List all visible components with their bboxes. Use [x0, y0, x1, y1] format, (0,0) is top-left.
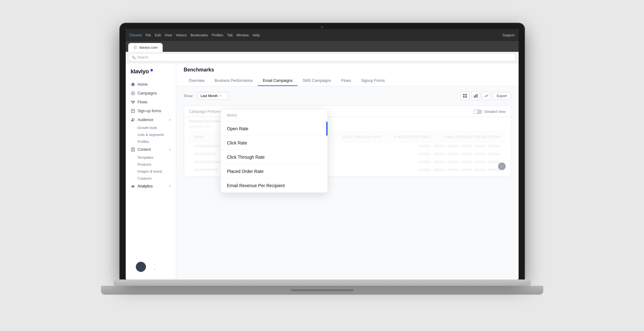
tab-business-performance[interactable]: Business Performance	[210, 76, 258, 86]
line-chart-view-button[interactable]	[482, 91, 491, 100]
chrome-menu-edit[interactable]: Edit	[155, 33, 161, 37]
filters-row: Show: Last Month ▾	[184, 91, 511, 100]
metric-option-email-revenue[interactable]: Email Revenue Per Recipient	[221, 179, 328, 193]
sidebar-item-audience[interactable]: Audience ∧	[126, 115, 176, 124]
sidebar-item-flows[interactable]: Flows	[126, 98, 176, 107]
metric-option-click-rate[interactable]: Click Rate	[221, 136, 328, 150]
svg-rect-7	[463, 96, 465, 98]
laptop-container: Chrome File Edit View History Bookmarks …	[101, 23, 543, 308]
audience-chevron: ∧	[169, 118, 171, 121]
sidebar: klaviyo Home Campaigns	[126, 63, 176, 279]
flows-icon	[131, 100, 135, 104]
chrome-menu-chrome[interactable]: Chrome	[129, 33, 142, 37]
chrome-menu-profiles[interactable]: Profiles	[212, 33, 223, 37]
metric-option-open-rate[interactable]: Open Rate	[221, 122, 328, 136]
svg-rect-9	[474, 95, 475, 98]
tab-sms-campaigns[interactable]: SMS Campaigns	[298, 76, 336, 86]
chrome-menu-tab[interactable]: Tab	[227, 33, 233, 37]
sidebar-nav: Home Campaigns Flows Sign-up for	[126, 79, 176, 255]
metric-option-placed-order-rate[interactable]: Placed Order Rate	[221, 164, 328, 179]
sidebar-item-growth-tools[interactable]: Growth tools	[126, 124, 176, 131]
bar-chart-icon	[474, 94, 478, 98]
sidebar-item-content[interactable]: Content ∧	[126, 145, 176, 154]
tab-flows[interactable]: Flows	[336, 76, 356, 86]
tab-overview[interactable]: Overview	[184, 76, 210, 86]
col-revenue: Email Revenue Per Recipient	[445, 134, 500, 139]
sidebar-item-label: Flows	[138, 100, 147, 104]
support-link[interactable]: Support	[503, 33, 515, 37]
address-bar-text: Search	[137, 55, 148, 59]
logo-dot	[150, 69, 153, 71]
metric-dropdown-header: Metric	[221, 109, 328, 122]
sidebar-item-profiles[interactable]: Profiles	[126, 138, 176, 145]
signup-forms-icon	[131, 109, 135, 113]
metric-option-label: Email Revenue Per Recipient	[227, 183, 285, 188]
screen-bezel: Chrome File Edit View History Bookmarks …	[120, 23, 524, 279]
svg-point-3	[133, 118, 135, 120]
line-chart-icon	[485, 94, 488, 98]
sidebar-logo: klaviyo	[126, 63, 176, 79]
detailed-view-toggle[interactable]: Detailed View	[473, 109, 505, 114]
export-button[interactable]: Export	[493, 92, 511, 100]
svg-rect-11	[477, 94, 478, 98]
col-placed-order: Placed Order Rate	[394, 134, 445, 139]
chrome-menu-view[interactable]: View	[165, 33, 172, 37]
bar-chart-view-button[interactable]	[471, 91, 480, 100]
metric-dropdown: Metric Open Rate Click Rate Click Throug…	[220, 109, 328, 193]
camera	[321, 26, 323, 28]
tab-favicon	[133, 46, 137, 49]
analytics-icon	[131, 184, 135, 188]
sidebar-item-home[interactable]: Home	[126, 80, 176, 89]
svg-rect-6	[465, 94, 467, 95]
logo-text: klaviyo	[131, 68, 149, 75]
chrome-menu-bookmarks[interactable]: Bookmarks	[190, 33, 208, 37]
sidebar-item-products[interactable]: Products	[126, 161, 176, 168]
svg-rect-5	[463, 94, 465, 95]
analytics-label: Analytics	[138, 184, 153, 188]
metric-option-label: Placed Order Rate	[227, 169, 264, 174]
chrome-menu-help[interactable]: Help	[253, 33, 260, 37]
tab-signup-forms[interactable]: Signup Forms	[356, 76, 390, 86]
audience-icon	[131, 118, 135, 122]
scroll-button[interactable]: ›	[498, 162, 506, 170]
sidebar-item-campaigns[interactable]: Campaigns	[126, 89, 176, 98]
sidebar-item-templates[interactable]: Templates	[126, 154, 176, 161]
detailed-view-label: Detailed View	[484, 110, 505, 113]
screen: Chrome File Edit View History Bookmarks …	[126, 29, 519, 279]
toggle-switch[interactable]	[473, 109, 482, 114]
main-content: Benchmarks Overview Business Performance…	[176, 63, 519, 279]
scroll-arrows[interactable]: ⌃ ⌄	[153, 264, 156, 270]
sidebar-item-lists-segments[interactable]: Lists & segments	[126, 131, 176, 138]
show-label: Show:	[184, 94, 194, 98]
sidebar-item-images-brand[interactable]: Images & brand	[126, 168, 176, 175]
tabs-row: Overview Business Performance Email Camp…	[184, 76, 511, 86]
address-bar[interactable]: 🔍 Search	[128, 53, 516, 61]
content-label: Content	[138, 147, 151, 152]
metric-option-label: Click Through Rate	[227, 155, 265, 160]
table-view-button[interactable]	[460, 91, 469, 100]
address-bar-row: 🔍 Search	[126, 52, 519, 63]
chrome-menu-file[interactable]: File	[146, 33, 151, 37]
tab-email-campaigns[interactable]: Email Campaigns	[258, 76, 298, 86]
page-title: Benchmarks	[184, 67, 511, 73]
page-body: Show: Last Month ▾	[176, 86, 519, 279]
sidebar-item-coupons[interactable]: Coupons	[126, 175, 176, 182]
sidebar-item-analytics[interactable]: Analytics ∧	[126, 182, 176, 191]
col-ctr: Click Through Rate	[343, 134, 394, 139]
dropdown-chevron-icon: ▾	[220, 94, 221, 97]
chrome-menu-window[interactable]: Window	[237, 33, 249, 37]
period-selected: Last Month	[201, 94, 218, 98]
laptop-notch	[291, 289, 354, 291]
sidebar-item-label: Sign-up forms	[138, 109, 161, 113]
laptop-bottom-bezel	[114, 279, 531, 286]
browser-tab[interactable]: klaviyo.com	[128, 43, 163, 52]
sidebar-item-signup-forms[interactable]: Sign-up forms	[126, 107, 176, 115]
content-chevron: ∧	[169, 148, 171, 151]
campaigns-icon	[131, 91, 135, 95]
metric-option-click-through-rate[interactable]: Click Through Rate	[221, 150, 328, 164]
period-dropdown[interactable]: Last Month ▾	[197, 92, 229, 100]
chrome-menu-history[interactable]: History	[176, 33, 187, 37]
sidebar-item-label: Home	[138, 82, 148, 87]
metric-option-label: Open Rate	[227, 126, 249, 131]
table-icon	[463, 94, 467, 98]
